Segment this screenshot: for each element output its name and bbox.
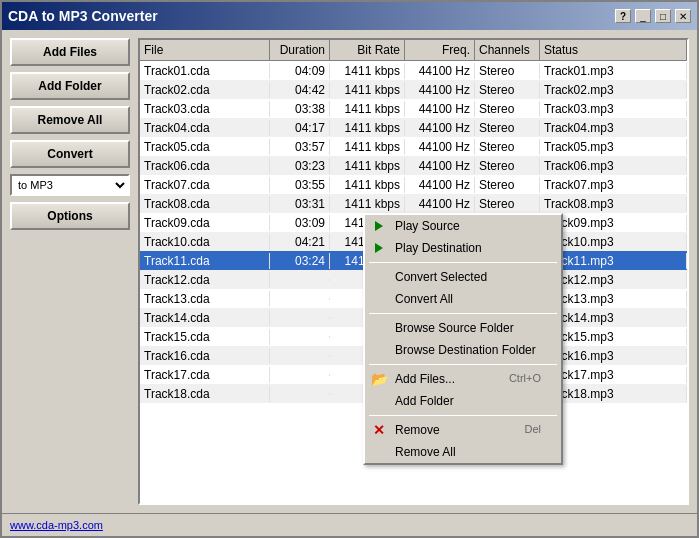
table-row[interactable]: Track03.cda 03:38 1411 kbps 44100 Hz Ste… (140, 99, 687, 118)
menu-label: Browse Destination Folder (395, 343, 536, 357)
format-row: to MP3 to WAV to OGG to FLAC (10, 174, 130, 196)
menu-label: Play Source (395, 219, 460, 233)
cell-status: Track01.mp3 (540, 63, 687, 79)
cell-file: Track15.cda (140, 329, 270, 345)
cell-file: Track16.cda (140, 348, 270, 364)
cell-duration: 04:17 (270, 120, 330, 136)
help-button[interactable]: ? (615, 9, 631, 23)
cell-duration (270, 393, 330, 395)
cell-file: Track07.cda (140, 177, 270, 193)
cell-status: Track03.mp3 (540, 101, 687, 117)
header-freq: Freq. (405, 40, 475, 60)
play-icon (371, 218, 387, 234)
cell-duration: 03:09 (270, 215, 330, 231)
menu-label: Play Destination (395, 241, 482, 255)
header-bitrate: Bit Rate (330, 40, 405, 60)
cell-file: Track18.cda (140, 386, 270, 402)
header-file: File (140, 40, 270, 60)
context-menu: Play SourcePlay DestinationConvert Selec… (363, 213, 563, 465)
table-row[interactable]: Track07.cda 03:55 1411 kbps 44100 Hz Ste… (140, 175, 687, 194)
menu-item-remove[interactable]: ✕RemoveDel (365, 419, 561, 441)
footer: www.cda-mp3.com (2, 513, 697, 536)
cell-channels: Stereo (475, 177, 540, 193)
options-button[interactable]: Options (10, 202, 130, 230)
play-icon (371, 240, 387, 256)
cell-file: Track04.cda (140, 120, 270, 136)
cell-freq: 44100 Hz (405, 63, 475, 79)
cell-status: Track08.mp3 (540, 196, 687, 212)
cell-file: Track09.cda (140, 215, 270, 231)
cell-channels: Stereo (475, 139, 540, 155)
convert-button[interactable]: Convert (10, 140, 130, 168)
cell-status: Track06.mp3 (540, 158, 687, 174)
cell-file: Track08.cda (140, 196, 270, 212)
cell-status: Track04.mp3 (540, 120, 687, 136)
format-select[interactable]: to MP3 to WAV to OGG to FLAC (10, 174, 130, 196)
menu-item-play-source[interactable]: Play Source (365, 215, 561, 237)
menu-item-browse-dest[interactable]: Browse Destination Folder (365, 339, 561, 361)
cell-freq: 44100 Hz (405, 120, 475, 136)
menu-item-play-destination[interactable]: Play Destination (365, 237, 561, 259)
cell-duration (270, 317, 330, 319)
cell-freq: 44100 Hz (405, 82, 475, 98)
table-row[interactable]: Track04.cda 04:17 1411 kbps 44100 Hz Ste… (140, 118, 687, 137)
cell-duration: 04:09 (270, 63, 330, 79)
cell-duration: 04:21 (270, 234, 330, 250)
cell-bitrate: 1411 kbps (330, 139, 405, 155)
cell-duration (270, 355, 330, 357)
cell-duration: 03:23 (270, 158, 330, 174)
table-row[interactable]: Track08.cda 03:31 1411 kbps 44100 Hz Ste… (140, 194, 687, 213)
table-row[interactable]: Track01.cda 04:09 1411 kbps 44100 Hz Ste… (140, 61, 687, 80)
cell-file: Track03.cda (140, 101, 270, 117)
menu-label: Remove (395, 423, 440, 437)
menu-label: Add Files... (395, 372, 455, 386)
cell-duration: 03:31 (270, 196, 330, 212)
main-window: CDA to MP3 Converter ? _ □ ✕ Add Files A… (0, 0, 699, 538)
menu-shortcut: Ctrl+O (509, 372, 541, 384)
table-row[interactable]: Track05.cda 03:57 1411 kbps 44100 Hz Ste… (140, 137, 687, 156)
remove-all-button[interactable]: Remove All (10, 106, 130, 134)
menu-item-convert-selected[interactable]: Convert Selected (365, 266, 561, 288)
cell-freq: 44100 Hz (405, 158, 475, 174)
remove-icon: ✕ (371, 422, 387, 438)
website-link[interactable]: www.cda-mp3.com (10, 519, 103, 531)
cell-freq: 44100 Hz (405, 177, 475, 193)
cell-status: Track02.mp3 (540, 82, 687, 98)
title-controls: ? _ □ ✕ (615, 9, 691, 23)
cell-duration (270, 336, 330, 338)
file-list-header: File Duration Bit Rate Freq. Channels St… (140, 40, 687, 61)
cell-file: Track17.cda (140, 367, 270, 383)
menu-item-remove-all[interactable]: Remove All (365, 441, 561, 463)
cell-duration (270, 279, 330, 281)
menu-item-browse-source[interactable]: Browse Source Folder (365, 317, 561, 339)
close-button[interactable]: ✕ (675, 9, 691, 23)
add-folder-button[interactable]: Add Folder (10, 72, 130, 100)
maximize-button[interactable]: □ (655, 9, 671, 23)
cell-channels: Stereo (475, 196, 540, 212)
window-title: CDA to MP3 Converter (8, 8, 158, 24)
menu-item-add-files[interactable]: 📂Add Files...Ctrl+O (365, 368, 561, 390)
menu-item-add-folder[interactable]: Add Folder (365, 390, 561, 412)
cell-bitrate: 1411 kbps (330, 120, 405, 136)
cell-file: Track13.cda (140, 291, 270, 307)
table-row[interactable]: Track02.cda 04:42 1411 kbps 44100 Hz Ste… (140, 80, 687, 99)
cell-duration: 03:38 (270, 101, 330, 117)
cell-file: Track06.cda (140, 158, 270, 174)
add-files-button[interactable]: Add Files (10, 38, 130, 66)
cell-freq: 44100 Hz (405, 196, 475, 212)
menu-label: Add Folder (395, 394, 454, 408)
minimize-button[interactable]: _ (635, 9, 651, 23)
cell-channels: Stereo (475, 63, 540, 79)
cell-status: Track07.mp3 (540, 177, 687, 193)
menu-label: Browse Source Folder (395, 321, 514, 335)
cell-bitrate: 1411 kbps (330, 63, 405, 79)
menu-label: Convert All (395, 292, 453, 306)
cell-status: Track05.mp3 (540, 139, 687, 155)
cell-file: Track05.cda (140, 139, 270, 155)
cell-duration: 03:55 (270, 177, 330, 193)
cell-bitrate: 1411 kbps (330, 158, 405, 174)
cell-file: Track11.cda (140, 253, 270, 269)
table-row[interactable]: Track06.cda 03:23 1411 kbps 44100 Hz Ste… (140, 156, 687, 175)
menu-separator (369, 364, 557, 365)
menu-item-convert-all[interactable]: Convert All (365, 288, 561, 310)
